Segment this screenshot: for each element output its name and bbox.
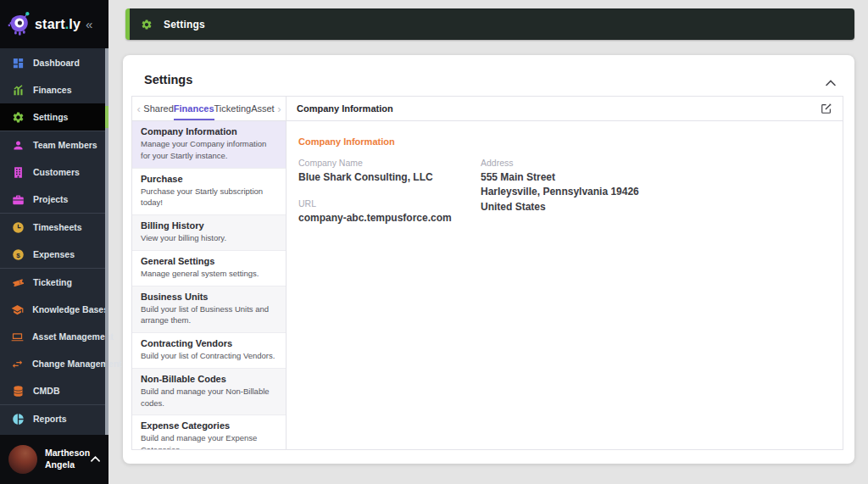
building-icon: [11, 165, 25, 179]
section-heading: Company Information: [298, 136, 831, 147]
clock-icon: [11, 220, 25, 234]
sidebar-item-dashboard[interactable]: Dashboard: [0, 49, 108, 76]
sidebar-item-customers[interactable]: Customers: [0, 159, 108, 186]
url-label: URL: [298, 198, 481, 209]
settings-list: Company Information Manage your Company …: [132, 121, 286, 449]
logo-area: start.ly «: [0, 0, 108, 48]
company-name-value: Blue Shark Consulting, LLC: [298, 170, 481, 185]
gear-icon: [11, 110, 25, 124]
sidebar: start.ly « Dashboard Finances Settings: [0, 0, 108, 484]
address-line2: Harleysville, Pennsylvania 19426: [481, 185, 831, 199]
url-field: URL company-abc.tempusforce.com: [298, 198, 481, 225]
address-label: Address: [481, 158, 831, 168]
sidebar-item-label: Dashboard: [33, 58, 80, 68]
graduation-cap-icon: [11, 303, 24, 316]
page-header-bar: Settings: [125, 8, 854, 40]
database-icon: [11, 384, 25, 398]
list-item-title: Purchase: [141, 174, 277, 184]
tab-asset[interactable]: Asset: [251, 97, 275, 120]
sidebar-item-knowledge-bases[interactable]: Knowledge Bases: [0, 296, 108, 323]
sidebar-item-change-management[interactable]: Change Management: [0, 350, 108, 377]
settings-inner-box: ‹ Shared Finances Ticketing Asset › Comp…: [131, 96, 843, 450]
address-line1: 555 Main Street: [481, 170, 831, 185]
list-item-desc: Build your list of Contracting Vendors.: [141, 350, 277, 362]
list-item-desc: Build and manage your Non-Billable codes…: [141, 386, 277, 409]
list-item-title: Non-Billable Codes: [141, 374, 277, 384]
address-field: Address 555 Main Street Harleysville, Pe…: [481, 158, 831, 214]
sidebar-nav: Dashboard Finances Settings Team Members: [0, 48, 108, 435]
sidebar-collapse-icon[interactable]: «: [86, 17, 92, 31]
list-item-purchase[interactable]: Purchase Purchase your Startly subscript…: [132, 169, 286, 216]
list-item-contracting-vendors[interactable]: Contracting Vendors Build your list of C…: [132, 333, 286, 369]
dollar-circle-icon: $: [11, 248, 25, 261]
edit-icon[interactable]: [821, 103, 832, 114]
gear-icon: [141, 19, 153, 31]
list-item-title: Expense Categories: [141, 420, 277, 431]
sidebar-item-label: Projects: [33, 194, 68, 204]
address-line3: United States: [481, 200, 831, 214]
list-item-company-information[interactable]: Company Information Manage your Company …: [132, 121, 286, 169]
sidebar-item-label: Asset Management: [32, 331, 114, 342]
laptop-icon: [11, 330, 24, 343]
tab-ticketing[interactable]: Ticketing: [214, 97, 252, 120]
list-item-desc: Purchase your Startly subscription today…: [141, 186, 277, 209]
list-item-title: General Settings: [141, 256, 277, 266]
avatar: [8, 445, 37, 474]
list-item-title: Contracting Vendors: [141, 338, 277, 348]
list-item-title: Business Units: [141, 292, 277, 302]
collapse-card-icon[interactable]: [826, 75, 836, 90]
tab-finances[interactable]: Finances: [174, 97, 214, 120]
sidebar-item-label: Customers: [33, 167, 80, 177]
sidebar-item-label: Team Members: [33, 140, 97, 150]
url-value: company-abc.tempusforce.com: [298, 211, 481, 225]
sidebar-item-ticketing[interactable]: Ticketing: [0, 269, 108, 296]
list-item-non-billable-codes[interactable]: Non-Billable Codes Build and manage your…: [132, 369, 286, 416]
sidebar-item-expenses[interactable]: $ Expenses: [0, 241, 108, 268]
sidebar-item-asset-management[interactable]: Asset Management: [0, 323, 108, 350]
list-item-business-units[interactable]: Business Units Build your list of Busine…: [132, 287, 286, 334]
ticket-icon: [11, 275, 25, 289]
dashboard-icon: [11, 56, 25, 70]
bar-chart-icon: [11, 83, 25, 97]
company-name-label: Company Name: [298, 158, 481, 168]
settings-card: Settings ‹ Shared Finances Ticketing Ass…: [123, 55, 854, 464]
sidebar-item-label: Timesheets: [33, 222, 82, 232]
list-item-general-settings[interactable]: General Settings Manage general system s…: [132, 251, 286, 287]
list-item-expense-categories[interactable]: Expense Categories Build and manage your…: [132, 415, 286, 449]
sidebar-item-reports[interactable]: Reports: [0, 405, 108, 432]
list-item-desc: Manage general system settings.: [141, 268, 277, 280]
card-title: Settings: [144, 73, 192, 86]
sidebar-item-label: Ticketing: [33, 277, 72, 287]
user-menu[interactable]: Martheson Angela: [0, 435, 108, 484]
sidebar-item-timesheets[interactable]: Timesheets: [0, 214, 108, 241]
left-fields-column: Company Name Blue Shark Consulting, LLC …: [298, 158, 481, 240]
list-item-billing-history[interactable]: Billing History View your billing histor…: [132, 215, 286, 251]
panel-body: Company Information Company Name Blue Sh…: [287, 121, 843, 255]
sidebar-item-projects[interactable]: Projects: [0, 186, 108, 213]
list-item-title: Company Information: [141, 126, 277, 136]
sidebar-item-label: Reports: [33, 414, 67, 424]
person-icon: [11, 138, 25, 152]
sidebar-item-label: Knowledge Bases: [32, 304, 108, 314]
tabs-next-icon[interactable]: ›: [277, 103, 281, 114]
panel-header-title: Company Information: [297, 103, 393, 114]
settings-tabs: ‹ Shared Finances Ticketing Asset ›: [132, 97, 286, 121]
pie-chart-icon: [11, 412, 25, 426]
company-information-panel: Company Information Company Information …: [287, 97, 843, 449]
sidebar-item-cmdb[interactable]: CMDB: [0, 377, 108, 404]
tab-shared[interactable]: Shared: [143, 97, 173, 120]
startly-monster-logo-icon: [7, 11, 31, 38]
settings-nav-column: ‹ Shared Finances Ticketing Asset › Comp…: [132, 97, 287, 449]
sidebar-item-finances[interactable]: Finances: [0, 76, 108, 103]
sidebar-item-settings[interactable]: Settings: [0, 103, 108, 131]
user-name: Martheson Angela: [45, 448, 91, 470]
right-fields-column: Address 555 Main Street Harleysville, Pe…: [481, 158, 831, 240]
main-area: Settings Settings ‹ Shared Finances Tick…: [108, 0, 868, 484]
list-item-desc: Build your list of Business Units and ar…: [141, 303, 277, 327]
sidebar-item-team-members[interactable]: Team Members: [0, 131, 108, 159]
chevron-up-icon: [91, 452, 100, 467]
list-item-title: Billing History: [141, 220, 277, 231]
list-item-desc: Build and manage your Expense Categories…: [141, 432, 277, 449]
sidebar-item-label: CMDB: [33, 386, 60, 396]
sidebar-item-label: Finances: [33, 85, 72, 95]
